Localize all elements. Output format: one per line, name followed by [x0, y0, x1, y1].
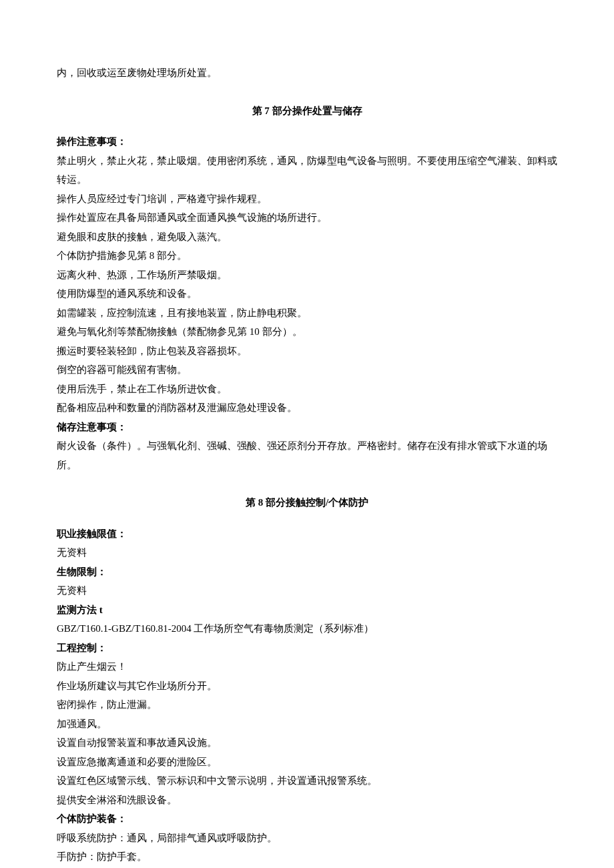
monitoring-method-value: GBZ/T160.1-GBZ/T160.81-2004 工作场所空气有毒物质测定…	[57, 619, 557, 638]
engineering-control-line: 作业场所建议与其它作业场所分开。	[57, 677, 557, 696]
engineering-control-heading: 工程控制：	[57, 638, 557, 658]
engineering-control-line: 设置自动报警装置和事故通风设施。	[57, 733, 557, 753]
section-7-heading: 第 7 部分操作处置与储存	[57, 101, 557, 121]
engineering-control-line: 设置红色区域警示线、警示标识和中文警示说明，并设置通讯报警系统。	[57, 771, 557, 791]
intro-continuation: 内，回收或运至废物处理场所处置。	[57, 63, 557, 83]
engineering-control-line: 设置应急撤离通道和必要的泄险区。	[57, 753, 557, 772]
operation-line: 避免与氧化剂等禁配物接触（禁配物参见第 10 部分）。	[57, 322, 557, 342]
biological-limit-value: 无资料	[57, 581, 557, 600]
occupational-exposure-value: 无资料	[57, 543, 557, 562]
operation-line: 配备相应品种和数量的消防器材及泄漏应急处理设备。	[57, 398, 557, 418]
engineering-control-line: 密闭操作，防止泄漏。	[57, 695, 557, 715]
engineering-control-line: 加强通风。	[57, 715, 557, 734]
operation-line: 搬运时要轻装轻卸，防止包装及容器损坏。	[57, 342, 557, 361]
biological-limit-heading: 生物限制：	[57, 562, 557, 582]
ppe-line: 呼吸系统防护：通风，局部排气通风或呼吸防护。	[57, 829, 557, 848]
operation-line: 使用防爆型的通风系统和设备。	[57, 284, 557, 304]
storage-line: 耐火设备（条件）。与强氧化剂、强碱、强酸、强还原剂分开存放。严格密封。储存在没有…	[57, 436, 557, 474]
operation-precautions-heading: 操作注意事项：	[57, 132, 557, 151]
storage-precautions-heading: 储存注意事项：	[57, 418, 557, 437]
operation-line: 个体防护措施参见第 8 部分。	[57, 246, 557, 266]
operation-line: 操作人员应经过专门培训，严格遵守操作规程。	[57, 189, 557, 209]
operation-line: 远离火种、热源，工作场所严禁吸烟。	[57, 266, 557, 285]
monitoring-method-heading: 监测方法 t	[57, 600, 557, 620]
operation-line: 禁止明火，禁止火花，禁止吸烟。使用密闭系统，通风，防爆型电气设备与照明。不要使用…	[57, 151, 557, 189]
operation-line: 使用后洗手，禁止在工作场所进饮食。	[57, 380, 557, 399]
section-8-heading: 第 8 部分接触控制/个体防护	[57, 493, 557, 512]
ppe-line: 手防护：防护手套。	[57, 847, 557, 867]
engineering-control-line: 防止产生烟云！	[57, 657, 557, 677]
operation-line: 倒空的容器可能残留有害物。	[57, 360, 557, 380]
engineering-control-line: 提供安全淋浴和洗眼设备。	[57, 791, 557, 810]
ppe-heading: 个体防护装备：	[57, 809, 557, 829]
occupational-exposure-heading: 职业接触限值：	[57, 524, 557, 544]
operation-line: 操作处置应在具备局部通风或全面通风换气设施的场所进行。	[57, 208, 557, 228]
operation-line: 避免眼和皮肤的接触，避免吸入蒸汽。	[57, 228, 557, 247]
operation-line: 如需罐装，应控制流速，且有接地装置，防止静电积聚。	[57, 304, 557, 323]
